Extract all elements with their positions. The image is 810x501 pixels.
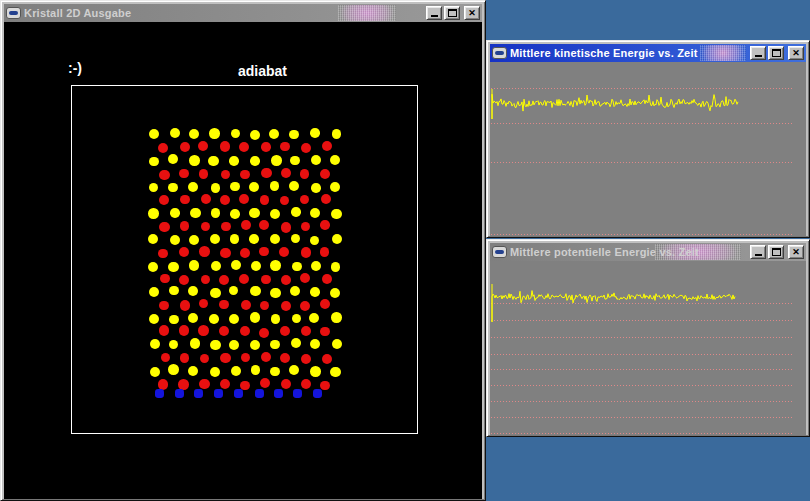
atom-dot <box>180 300 191 311</box>
atom-dot <box>220 248 230 258</box>
atom-dot <box>180 142 190 152</box>
atom-dot <box>281 379 291 389</box>
simulation-title: adiabat <box>238 63 287 79</box>
atom-dot <box>259 220 269 230</box>
atom-dot <box>310 287 320 297</box>
potential-titlebar[interactable]: Mittlere potentielle Energie vs. Zeit ✕ <box>490 243 806 261</box>
atom-dot <box>300 273 310 283</box>
atom-dot <box>270 367 280 377</box>
minimize-button[interactable] <box>750 245 766 259</box>
app-icon[interactable] <box>6 7 21 19</box>
crystal-client: :-) adiabat <box>4 22 482 499</box>
atom-dot <box>270 260 281 271</box>
atom-dot <box>170 235 180 245</box>
atom-dot <box>311 183 321 193</box>
atom-dot <box>280 142 290 152</box>
atom-dot <box>168 364 179 375</box>
atom-dot <box>279 247 289 257</box>
atom-dot <box>280 326 290 336</box>
atom-dot <box>220 195 230 205</box>
atom-dot <box>229 340 239 350</box>
maximize-button[interactable] <box>768 46 784 60</box>
minimize-button[interactable] <box>426 6 442 20</box>
atom-dot <box>220 353 231 364</box>
maximize-button[interactable] <box>768 245 784 259</box>
atom-dot <box>331 262 341 272</box>
atom-dot <box>159 325 169 335</box>
atom-dot <box>310 208 320 218</box>
atom-dot <box>180 221 190 231</box>
atom-dot <box>158 249 168 259</box>
atom-dot <box>259 247 269 257</box>
close-button[interactable]: ✕ <box>788 46 804 60</box>
kinetic-titlebar[interactable]: Mittlere kinetische Energie vs. Zeit ✕ <box>490 44 806 62</box>
atom-dot <box>281 301 291 311</box>
potential-energy-chart <box>490 261 806 435</box>
atom-dot <box>332 129 341 138</box>
atom-dot <box>189 155 200 166</box>
kinetic-energy-chart <box>490 62 806 236</box>
atom-dot <box>300 169 310 179</box>
atom-dot <box>214 389 223 398</box>
atom-dot <box>292 262 302 272</box>
maximize-button[interactable] <box>444 6 460 20</box>
atom-dot <box>261 168 271 178</box>
close-button[interactable]: ✕ <box>788 245 804 259</box>
atom-dot <box>321 194 331 204</box>
atom-dot <box>269 129 279 139</box>
atom-dot <box>148 262 158 272</box>
atom-dot <box>155 389 164 398</box>
atom-dot <box>148 208 159 219</box>
atom-dot <box>159 170 170 181</box>
minimize-icon <box>755 254 762 256</box>
atom-dot <box>211 183 221 193</box>
atom-dot <box>251 261 261 271</box>
atom-dot <box>180 195 190 205</box>
atom-dot <box>310 128 320 138</box>
atom-dot <box>330 288 340 298</box>
atom-dot <box>234 389 243 398</box>
atom-dot <box>301 143 311 153</box>
atom-dot <box>320 247 330 257</box>
atom-dot <box>240 170 250 180</box>
atom-dot <box>301 354 311 364</box>
app-icon[interactable] <box>492 47 507 59</box>
window-controls: ✕ <box>750 46 804 60</box>
titlebar-dither-pattern <box>338 5 396 21</box>
atom-dot <box>219 300 229 310</box>
atom-dot <box>332 339 342 349</box>
minimize-button[interactable] <box>750 46 766 60</box>
atom-dot <box>199 246 210 257</box>
atom-dot <box>330 367 340 377</box>
atom-dot <box>320 169 331 180</box>
atom-dot <box>320 381 330 391</box>
close-button[interactable]: ✕ <box>464 6 480 20</box>
close-icon: ✕ <box>792 248 800 257</box>
window-controls: ✕ <box>750 245 804 259</box>
atom-dot <box>301 247 312 258</box>
window-controls: ✕ <box>426 6 480 20</box>
desktop: Kristall 2D Ausgabe ✕ :-) adiabat Mittle… <box>0 0 810 501</box>
kinetic-energy-window: Mittlere kinetische Energie vs. Zeit ✕ <box>486 40 810 238</box>
atom-dot <box>190 338 201 349</box>
atom-dot <box>209 314 219 324</box>
atom-dot <box>261 275 271 285</box>
atom-dot <box>255 389 264 398</box>
atom-dot <box>180 353 190 363</box>
close-icon: ✕ <box>468 9 476 18</box>
close-icon: ✕ <box>792 49 800 58</box>
atom-dot <box>259 328 269 338</box>
atom-dot <box>220 379 230 389</box>
atom-dot <box>231 366 242 377</box>
minimize-icon <box>431 15 438 17</box>
app-icon[interactable] <box>492 246 507 258</box>
kinetic-plot-area <box>490 62 806 236</box>
atom-dot <box>188 286 198 296</box>
atom-dot <box>168 154 178 164</box>
atom-dot <box>159 301 169 311</box>
atom-dot <box>320 327 329 336</box>
atom-dot <box>241 220 251 230</box>
crystal-titlebar[interactable]: Kristall 2D Ausgabe ✕ <box>4 4 482 22</box>
atom-dot <box>330 182 340 192</box>
atom-dot <box>320 220 330 230</box>
